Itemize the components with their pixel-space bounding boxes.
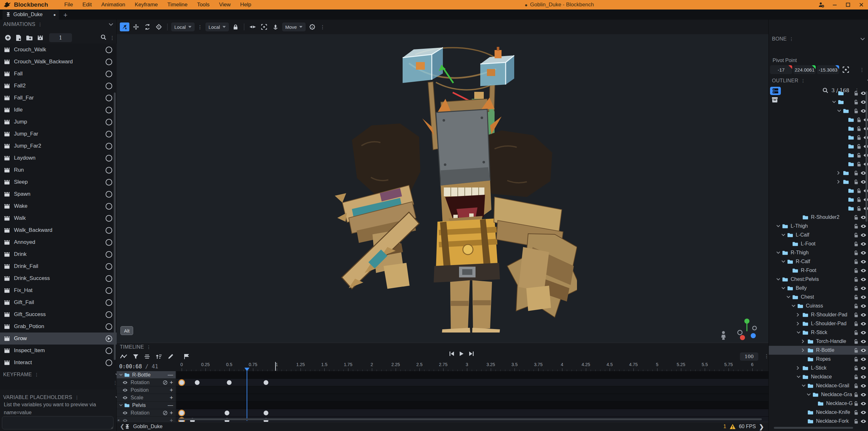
unlock-icon[interactable] — [857, 144, 862, 149]
unlock-icon[interactable] — [854, 365, 859, 371]
expand-chevron-icon[interactable] — [792, 305, 797, 307]
visibility-eye-icon[interactable] — [860, 322, 866, 326]
outliner-row[interactable]: R-Foot — [769, 266, 868, 275]
timeline-lane[interactable] — [176, 394, 769, 402]
animation-list-item[interactable]: Interact — [0, 357, 117, 369]
animation-select-toggle[interactable] — [105, 203, 112, 210]
animation-list-item[interactable]: Jump — [0, 116, 117, 128]
unlock-icon[interactable] — [854, 170, 859, 176]
expand-chevron-icon[interactable] — [119, 374, 124, 376]
visibility-eye-icon[interactable] — [860, 260, 866, 264]
animation-select-toggle[interactable] — [105, 335, 112, 342]
expand-chevron-icon[interactable] — [802, 385, 807, 387]
expand-chevron-icon[interactable] — [837, 171, 843, 175]
channel-visibility-eye-icon[interactable] — [122, 388, 128, 392]
unlock-icon[interactable] — [854, 374, 859, 380]
toolbar-overflow-dots[interactable]: ⋮ — [195, 24, 205, 30]
pivot-z-input[interactable]: -15.3083 — [817, 65, 839, 74]
keyframe-dot[interactable] — [264, 410, 269, 415]
outliner-row[interactable]: Belly — [769, 284, 868, 293]
visibility-eye-icon[interactable] — [860, 402, 866, 406]
outliner-row[interactable]: L-Stick — [769, 364, 868, 372]
add-keyframe-button[interactable]: + — [169, 388, 173, 393]
outliner-row[interactable] — [769, 168, 868, 177]
unlock-icon[interactable] — [857, 162, 862, 167]
unlock-icon[interactable] — [854, 383, 859, 389]
timeline-group-row[interactable]: Pelvis — — [117, 402, 176, 409]
outliner-row[interactable] — [769, 133, 868, 142]
animation-list-item[interactable]: Annoyed — [0, 236, 117, 248]
animation-select-toggle[interactable] — [105, 82, 112, 89]
animation-list-item[interactable]: Sleep — [0, 176, 117, 188]
collapse-chevron-icon[interactable] — [109, 22, 113, 27]
jump-to-end-button[interactable] — [469, 351, 474, 358]
unlock-icon[interactable] — [854, 215, 859, 220]
keyframe-dot[interactable] — [224, 410, 229, 415]
unlock-icon[interactable] — [854, 312, 859, 318]
visibility-eye-icon[interactable] — [860, 419, 866, 423]
animation-list-item[interactable]: Spawn — [0, 188, 117, 200]
channel-visibility-eye-icon[interactable] — [122, 411, 128, 415]
visibility-eye-icon[interactable] — [860, 233, 866, 237]
timeline-horizontal-scrollbar[interactable] — [179, 418, 762, 420]
outliner-row[interactable]: R-Calf — [769, 257, 868, 266]
timeline-lane[interactable] — [176, 386, 769, 394]
expand-chevron-icon[interactable] — [776, 225, 782, 227]
outliner-row[interactable]: L-Foot — [769, 239, 868, 248]
project-tab[interactable]: Goblin_Duke ● — [3, 9, 59, 20]
outliner-row[interactable]: R-Thigh — [769, 248, 868, 257]
animation-list-item[interactable]: Walk — [0, 212, 117, 224]
pivot-space-dropdown[interactable]: Local — [206, 23, 229, 31]
outliner-row[interactable]: Necklace-Gra — [769, 390, 868, 399]
animation-select-toggle[interactable] — [105, 107, 112, 113]
outliner-row[interactable] — [769, 177, 868, 186]
panel-menu-dots[interactable]: ⋮ — [762, 353, 771, 359]
warning-icon[interactable] — [730, 424, 736, 429]
unlock-icon[interactable] — [857, 188, 862, 194]
animation-list-item[interactable]: Jump_Far — [0, 128, 117, 140]
lock-motion-trail-icon[interactable] — [231, 23, 240, 31]
timeline-lane[interactable] — [176, 379, 769, 386]
animation-select-toggle[interactable] — [105, 119, 112, 125]
viewport-3d[interactable]: Alt — [117, 34, 769, 343]
expand-chevron-icon[interactable] — [802, 339, 807, 343]
unlock-icon[interactable] — [857, 135, 862, 140]
expand-chevron-icon[interactable] — [781, 260, 787, 263]
expand-chevron-icon[interactable] — [119, 404, 124, 406]
unlock-icon[interactable] — [854, 99, 859, 105]
visibility-eye-icon[interactable] — [860, 366, 866, 370]
animation-list-item[interactable]: Grab_Potion — [0, 321, 117, 333]
unlock-icon[interactable] — [854, 286, 859, 291]
unlock-icon[interactable] — [854, 419, 859, 424]
transform-mode-dropdown[interactable]: Move — [282, 23, 306, 31]
outliner-row[interactable]: Torch-Handle — [769, 337, 868, 346]
sort-tracks-icon[interactable] — [156, 354, 162, 359]
visibility-eye-icon[interactable] — [860, 242, 866, 246]
keyframe-dot[interactable] — [195, 380, 199, 385]
add-keyframe-button[interactable]: + — [169, 418, 173, 423]
unlock-icon[interactable] — [854, 330, 859, 335]
account-settings-icon[interactable] — [815, 0, 828, 9]
outliner-row[interactable] — [769, 106, 868, 115]
unlock-icon[interactable] — [854, 241, 859, 247]
animation-select-toggle[interactable] — [105, 143, 112, 150]
visibility-eye-icon[interactable] — [860, 410, 866, 415]
unlock-icon[interactable] — [854, 401, 859, 406]
unlock-icon[interactable] — [854, 348, 859, 353]
unlock-icon[interactable] — [854, 410, 859, 415]
outliner-row[interactable]: R-Shoulder-Pad — [769, 310, 868, 319]
panel-menu-dots[interactable]: ⋮ — [108, 35, 117, 41]
keyframe-dot[interactable] — [180, 410, 184, 415]
animation-list-item[interactable]: Fix_Hat — [0, 285, 117, 296]
timeline-ruler[interactable]: 00.250.50.7511.251.51.7522.252.52.7533.2… — [176, 362, 767, 371]
animation-select-toggle[interactable] — [105, 299, 112, 306]
menu-help[interactable]: Help — [236, 2, 256, 8]
unlock-icon[interactable] — [854, 91, 859, 96]
animation-select-toggle[interactable] — [105, 191, 112, 198]
expand-chevron-icon[interactable] — [797, 375, 802, 378]
pivot-y-input[interactable]: 224.0061 — [794, 65, 816, 74]
expand-chevron-icon[interactable] — [786, 296, 792, 298]
unlock-icon[interactable] — [854, 268, 859, 273]
visibility-eye-icon[interactable] — [860, 331, 866, 335]
channel-visibility-eye-icon[interactable] — [122, 396, 128, 400]
